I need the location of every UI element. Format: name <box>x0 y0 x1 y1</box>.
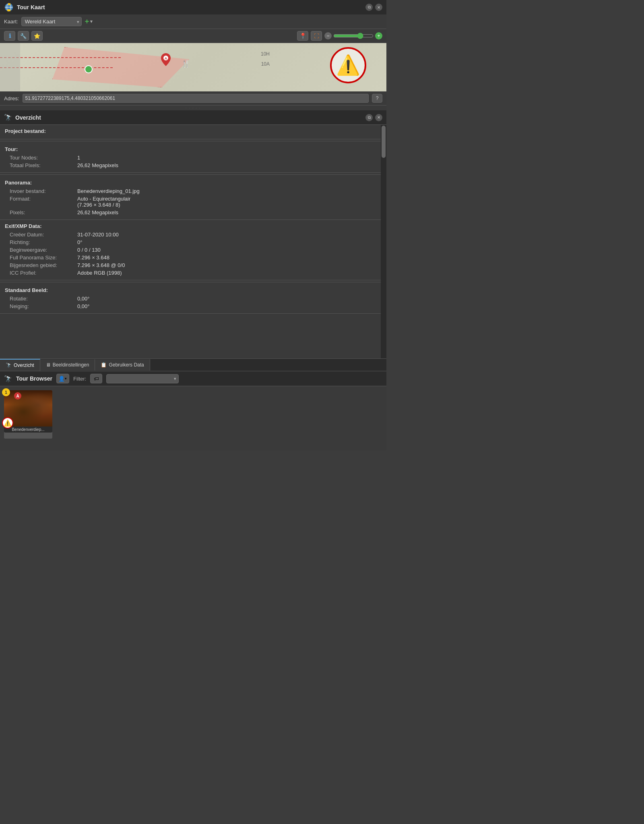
map-road-left <box>0 43 20 91</box>
tour-title: Tour: <box>5 146 376 152</box>
binoculars-icon: 🔭 <box>4 114 12 121</box>
formaat-value: Auto - Equirectangulair (7.296 × 3.648 /… <box>77 196 376 208</box>
totaal-pixels-label: Totaal Pixels: <box>5 162 77 168</box>
overzicht-close-button[interactable]: ✕ <box>375 114 382 121</box>
tool-button[interactable]: 🔧 <box>18 31 29 41</box>
zoom-plus-icon[interactable]: + <box>375 32 382 39</box>
map-area[interactable]: A 🍴 10H 10A ⚠️ <box>0 43 386 91</box>
address-search-button[interactable]: ? <box>372 94 382 103</box>
expand-icon: ⛶ <box>314 33 319 39</box>
badge-letter: A <box>14 392 21 400</box>
tab-gebruikersdata[interactable]: 📋 Gebruikers Data <box>95 359 150 371</box>
bijgesn-row: Bijgesneden gebied: 7.296 × 3.648 @ 0/0 <box>5 261 376 269</box>
zoom-minus-icon[interactable]: − <box>324 32 332 39</box>
expand-button[interactable]: ⛶ <box>311 31 322 41</box>
panorama-title: Panorama: <box>5 180 376 186</box>
close-button[interactable]: ✕ <box>375 4 382 11</box>
add-person-button[interactable]: 👤 ▾ <box>56 374 69 383</box>
tour-nodes-value: 1 <box>77 155 376 161</box>
svg-text:A: A <box>165 56 167 60</box>
address-label: Adres: <box>4 95 19 101</box>
richting-label: Richting: <box>5 239 77 245</box>
overzicht-title-left: 🔭 Overzicht <box>4 114 41 121</box>
tab-beeldinstellingen[interactable]: 🖥 Beeldinstellingen <box>40 359 95 371</box>
filter-select-wrapper[interactable] <box>106 374 179 383</box>
kaart-toolbar: Kaart: Wereld Kaart + ▾ <box>0 14 386 29</box>
filter-select[interactable] <box>106 374 179 383</box>
pixels-label: Pixels: <box>5 209 77 215</box>
map-label-10h: 10H <box>261 51 270 57</box>
zoom-control: − + <box>324 32 382 39</box>
tab-gebruikersdata-label: Gebruikers Data <box>109 362 144 368</box>
fullpano-value: 7.296 × 3.648 <box>77 255 376 261</box>
tour-nodes-label: Tour Nodes: <box>5 155 77 161</box>
map-label-10a: 10A <box>261 61 270 67</box>
tab-beeldinstellingen-icon: 🖥 <box>46 362 51 368</box>
thumbnail-benedenverdiep[interactable]: 1 A ⚠️ Benedenverdiep... <box>4 390 52 439</box>
bijgesn-value: 7.296 × 3.648 @ 0/0 <box>77 262 376 268</box>
neiging-row: Neiging: 0,00° <box>5 302 376 310</box>
formaat-line2: (7.296 × 3.648 / 8) <box>77 202 120 208</box>
title-bar: Tour Kaart ⧉ ✕ <box>0 0 386 14</box>
tool-icon: 🔧 <box>20 33 27 39</box>
tab-overzicht-icon: 🔭 <box>6 362 12 368</box>
kaart-select-wrapper[interactable]: Wereld Kaart <box>21 17 82 26</box>
fullpano-row: Full Panorama Size: 7.296 × 3.648 <box>5 254 376 261</box>
map-warning-area: ⚠️ <box>330 47 370 87</box>
overzicht-snap-button[interactable]: ⧉ <box>365 114 373 121</box>
address-input[interactable] <box>23 94 369 103</box>
scrollbar-thumb[interactable] <box>382 126 386 158</box>
title-bar-controls: ⧉ ✕ <box>365 4 382 11</box>
pixels-value: 26,62 Megapixels <box>77 209 376 215</box>
tab-overzicht[interactable]: 🔭 Overzicht <box>0 359 40 371</box>
totaal-pixels-value: 26,62 Megapixels <box>77 162 376 168</box>
creer-datum-value: 31-07-2020 10:00 <box>77 232 376 238</box>
thumbnail-label: Benedenverdiep... <box>4 426 52 433</box>
tab-gebruikersdata-icon: 📋 <box>101 362 107 368</box>
tour-browser-title: Tour Browser <box>16 375 52 382</box>
divider-2 <box>0 174 381 175</box>
badge-warning-icon: ⚠️ <box>2 417 13 429</box>
drag-handle[interactable]: · · · · · <box>0 106 386 110</box>
standaard-beeld-section: Standaard Beeld: Rotatie: 0,00° Neiging:… <box>0 284 381 314</box>
filter-tag-button[interactable]: 🏷 <box>90 374 102 383</box>
person-icon: 👤 <box>58 376 65 382</box>
zoom-slider[interactable] <box>333 33 374 39</box>
rotatie-row: Rotatie: 0,00° <box>5 295 376 302</box>
snap-button[interactable]: ⧉ <box>365 4 373 11</box>
info-button[interactable]: ℹ <box>4 31 15 41</box>
kaart-label: Kaart: <box>4 19 18 25</box>
person-dropdown-arrow: ▾ <box>65 377 67 381</box>
bijgesn-label: Bijgesneden gebied: <box>5 262 77 268</box>
filter-label: Filter: <box>73 376 87 382</box>
beginweergave-label: Beginweergave: <box>5 247 77 253</box>
icon-toolbar: ℹ 🔧 ⭐ 📍 ⛶ − + <box>0 29 386 43</box>
divider-1 <box>0 141 381 141</box>
rotatie-value: 0,00° <box>77 296 376 302</box>
richting-value: 0° <box>77 239 376 245</box>
fullpano-label: Full Panorama Size: <box>5 255 77 261</box>
address-bar: Adres: ? <box>0 91 386 106</box>
svg-rect-3 <box>8 3 10 5</box>
tour-browser-icon: 🔭 <box>4 375 12 383</box>
kaart-select[interactable]: Wereld Kaart <box>21 17 82 26</box>
scrollbar-track[interactable] <box>381 125 386 358</box>
add-kaart-button[interactable]: + ▾ <box>85 17 93 26</box>
map-background: A 🍴 10H 10A ⚠️ <box>0 43 386 91</box>
title-bar-left: Tour Kaart <box>4 2 45 12</box>
thumbnail-area: 1 A ⚠️ Benedenverdiep... <box>0 386 386 451</box>
neiging-value: 0,00° <box>77 303 376 309</box>
icc-value: Adobe RGB (1998) <box>77 270 376 276</box>
invoer-bestand-value: Benedenverdieping_01.jpg <box>77 188 376 194</box>
exif-section: Exif/XMP Data: Creëer Datum: 31-07-2020 … <box>0 220 381 280</box>
warning-triangle-icon: ⚠️ <box>336 54 360 77</box>
location-icon: 📍 <box>299 33 306 39</box>
creer-datum-row: Creëer Datum: 31-07-2020 10:00 <box>5 231 376 238</box>
formaat-label: Formaat: <box>5 196 77 202</box>
neiging-label: Neiging: <box>5 303 77 309</box>
window-title: Tour Kaart <box>17 4 45 10</box>
beginweergave-row: Beginweergave: 0 / 0 / 130 <box>5 246 376 254</box>
star-button[interactable]: ⭐ <box>31 31 43 41</box>
rotatie-label: Rotatie: <box>5 296 77 302</box>
location-button[interactable]: 📍 <box>297 31 308 41</box>
